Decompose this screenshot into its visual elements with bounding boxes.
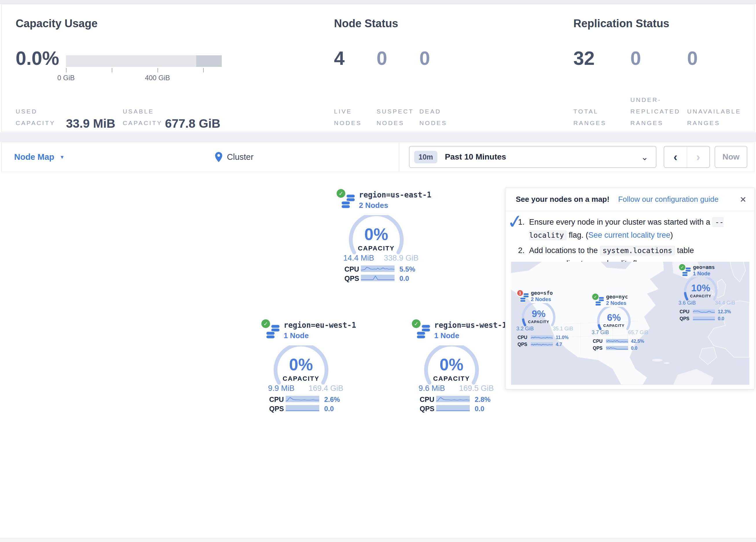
under-replicated-ranges-value: 0 (630, 47, 641, 69)
cpu-value: 42.5% (631, 339, 644, 344)
map-node-name: geo=nyc (606, 294, 628, 300)
suspect-nodes-value: 0 (377, 47, 387, 69)
capacity-axis-label: 400 GiB (145, 74, 170, 82)
qps-row: QPS 0.0 (593, 346, 648, 350)
usable-capacity-value: 677.8 GiB (165, 117, 220, 130)
cpu-label: CPU (518, 335, 527, 340)
caret-down-icon: ▾ (61, 153, 64, 160)
top-strip (0, 0, 756, 4)
qps-sparkline (361, 275, 394, 281)
used-capacity: 3.7 GiB (592, 330, 609, 336)
node-map-setup-tooltip: See your nodes on a map! Follow our conf… (505, 187, 755, 390)
cpu-label: CPU (269, 396, 284, 404)
view-selector-label: Node Map (14, 152, 54, 162)
qps-value: 0.0 (631, 346, 637, 351)
cpu-label: CPU (344, 265, 359, 273)
qps-label: QPS (420, 405, 434, 413)
unavailable-ranges-label: UNAVAILABLE RANGES (687, 106, 741, 129)
region-card-eu-west-1: ✓ region=eu-west-1 1 Node 0% CAPACITY 9.… (260, 318, 344, 414)
qps-sparkline (286, 405, 319, 412)
region-name: region=us-east-1 (359, 190, 431, 199)
region-used-capacity: 9.9 MiB (268, 384, 295, 393)
total-ranges-value: 32 (573, 47, 594, 69)
breadcrumb-label: Cluster (227, 152, 254, 162)
qps-row: QPS 4.7 (518, 342, 573, 347)
capacity-caption: CAPACITY (520, 320, 557, 324)
capacity-caption: CAPACITY (271, 375, 331, 383)
region-total-capacity: 169.4 GiB (309, 384, 343, 393)
qps-label: QPS (593, 346, 603, 351)
close-icon[interactable]: ✕ (740, 195, 746, 204)
under-replicated-ranges-label: UNDER- REPLICATED RANGES (630, 94, 680, 129)
cpu-sparkline (606, 339, 628, 343)
cpu-sparkline (693, 310, 715, 314)
qps-value: 0.0 (324, 405, 334, 413)
time-back-button[interactable]: ‹ (664, 146, 687, 167)
error-badge-icon: 1 (516, 289, 524, 297)
capacity-caption: CAPACITY (421, 375, 482, 383)
capacity-caption: CAPACITY (346, 245, 407, 252)
map-node-name: geo=ams (693, 264, 715, 270)
cpu-value: 2.6% (324, 396, 340, 404)
map-toolbar: Node Map ▾ Cluster 10m Past 10 Minutes ⌄… (1, 142, 755, 172)
qps-sparkline (436, 405, 470, 412)
cluster-summary-panel: Capacity Usage 0.0% 0 GiB 400 GiB USED C… (1, 4, 755, 132)
region-card-us-west-1: ✓ region=us-west-1 1 Node 0% CAPACITY 9.… (410, 318, 495, 414)
cockroachdb-cluster-overview: Capacity Usage 0.0% 0 GiB 400 GiB USED C… (0, 0, 756, 542)
configuration-guide-link[interactable]: Follow our configuration guide (618, 195, 719, 204)
region-nodes-link[interactable]: 1 Node (434, 331, 459, 340)
used-capacity: 3.6 GiB (678, 300, 696, 306)
region-nodes-link[interactable]: 1 Node (284, 331, 309, 340)
cpu-value: 5.5% (399, 265, 415, 273)
live-nodes-label: LIVE NODES (334, 106, 362, 129)
capacity-percent: 0% (421, 355, 482, 374)
time-range-label: Past 10 Minutes (445, 152, 506, 161)
healthy-check-badge-icon: ✓ (411, 319, 421, 329)
qps-value: 0.0 (475, 405, 484, 413)
qps-value: 0.0 (399, 275, 409, 283)
qps-sparkline (606, 346, 628, 350)
qps-row: QPS 0.0 (420, 405, 489, 412)
chevron-down-icon: ⌄ (641, 152, 648, 162)
view-selector-dropdown[interactable]: Node Map ▾ (14, 142, 64, 172)
capacity-bar (66, 55, 222, 67)
region-used-capacity: 9.6 MiB (419, 384, 445, 393)
region-nodes-link[interactable]: 2 Nodes (359, 201, 388, 210)
time-range-badge: 10m (414, 151, 437, 163)
capacity-axis-tick (66, 68, 67, 72)
usable-capacity-label: USABLE CAPACITY (123, 106, 162, 129)
region-card-us-east-1: ✓ region=us-east-1 2 Nodes 0% CAPACITY 1… (335, 187, 420, 284)
breadcrumb[interactable]: Cluster (215, 142, 254, 172)
total-capacity: 35.1 GiB (553, 326, 573, 332)
system-locations-code: system.locations (600, 246, 675, 255)
capacity-axis-tick (203, 68, 204, 72)
map-node-count: 2 Nodes (606, 300, 626, 306)
used-capacity: 3.2 GiB (516, 326, 534, 332)
footer-strip (0, 538, 756, 542)
qps-label: QPS (269, 405, 284, 413)
step-done-checkmark-icon: ✓ (506, 209, 524, 233)
cpu-sparkline (531, 335, 553, 339)
qps-row: QPS 0.0 (680, 316, 735, 321)
locality-tree-link[interactable]: See current locality tree (588, 231, 670, 239)
tooltip-title: See your nodes on a map! (516, 195, 610, 204)
cpu-value: 11.0% (556, 335, 568, 340)
setup-step-1: 1.Ensure every node in your cluster was … (518, 216, 744, 242)
cpu-row: CPU 12.3% (680, 309, 735, 314)
now-button[interactable]: Now (715, 146, 747, 168)
capacity-percent: 9% (520, 308, 557, 319)
replication-status-title: Replication Status (573, 17, 669, 30)
example-node-map: 1 geo=sfo 2 Nodes 9% CAPACITY 3.2 GiB 35… (511, 262, 749, 385)
time-range-select[interactable]: 10m Past 10 Minutes ⌄ (409, 146, 656, 168)
time-pager: ‹ › (664, 146, 710, 168)
dead-nodes-label: DEAD NODES (419, 106, 447, 129)
capacity-percent: 0% (271, 355, 331, 374)
tooltip-header: See your nodes on a map! Follow our conf… (505, 188, 755, 211)
cpu-row: CPU 2.8% (420, 396, 489, 403)
healthy-check-badge-icon: ✓ (260, 319, 271, 329)
cpu-sparkline (361, 265, 394, 272)
capacity-percent: 6% (595, 312, 633, 323)
dead-nodes-value: 0 (419, 47, 430, 69)
time-forward-button[interactable]: › (687, 146, 710, 167)
map-node-count: 1 Node (693, 271, 710, 277)
